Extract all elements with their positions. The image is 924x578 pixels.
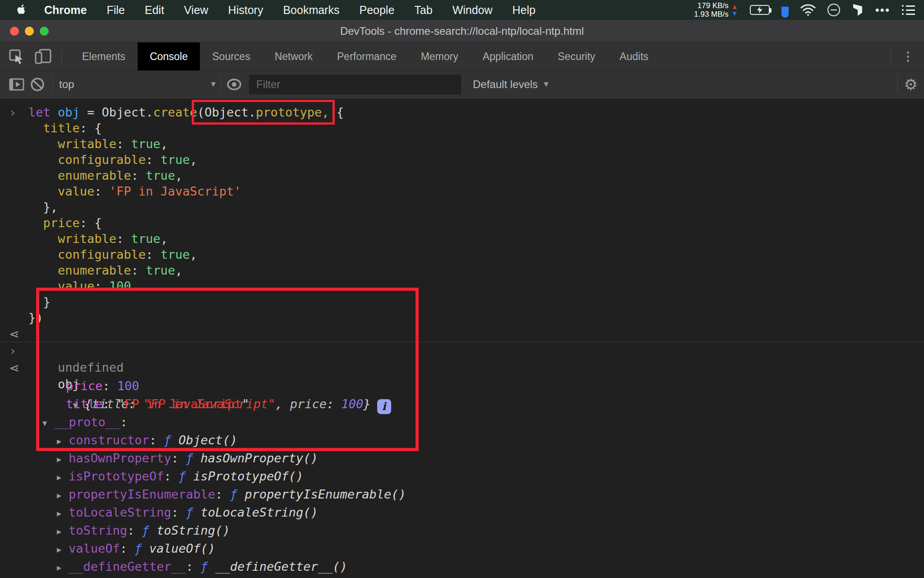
device-toolbar-icon[interactable] [34,49,51,64]
annotation-red-box-prototype: (Object.prototype, [197,105,329,119]
console-prompt-icon: › [9,104,24,120]
inspect-element-icon[interactable] [8,48,24,65]
clear-console-icon[interactable] [27,74,48,95]
devtools-tabs: ElementsConsoleSourcesNetworkPerformance… [70,42,661,70]
property-proto[interactable]: ▼__proto__: [0,413,924,431]
disclosure-open-icon[interactable]: ▼ [42,414,54,432]
show-console-sidebar-icon[interactable] [6,74,27,95]
menu-item-view[interactable]: View [184,4,208,17]
console-command-2: › obj [0,342,924,359]
devtools-menu-kebab-icon[interactable]: ⋮ [898,49,918,64]
menu-item-tab[interactable]: Tab [414,4,432,17]
disclosure-closed-icon[interactable]: ▶ [57,486,69,504]
disclosure-closed-icon[interactable]: ▶ [57,522,69,541]
object-preview-row[interactable]: ⋖ ▼{title: "FP in JavaScript", price: 10… [0,359,924,377]
property-tostring[interactable]: ▶toString: ƒ toString() [0,522,924,540]
network-speed-widget[interactable]: 179 KB/s 1.93 MB/s ▲ ▼ [694,1,738,19]
wifi-icon[interactable] [800,4,816,16]
list-icon[interactable] [902,5,915,15]
menu-item-history[interactable]: History [228,4,263,17]
tab-security[interactable]: Security [545,42,607,70]
disclosure-closed-icon[interactable]: ▶ [57,450,69,468]
menu-item-edit[interactable]: Edit [145,4,164,17]
property-definegetter[interactable]: ▶__defineGetter__: ƒ __defineGetter__() [0,558,924,576]
log-levels-select[interactable]: Default levels ▼ [473,78,550,91]
menu-item-bookmarks[interactable]: Bookmarks [283,4,339,17]
property-definesetter[interactable]: ▶__defineSetter__: ƒ __defineSetter__() [0,576,924,578]
javascript-context-select[interactable]: top ▼ [59,78,217,91]
property-hasownproperty[interactable]: ▶hasOwnProperty: ƒ hasOwnProperty() [0,449,924,467]
property-price[interactable]: price: 100 [0,377,924,395]
tab-memory[interactable]: Memory [409,42,471,70]
blue-indicator-icon[interactable] [781,2,789,18]
tab-application[interactable]: Application [471,42,546,70]
property-isprototypeof[interactable]: ▶isPrototypeOf: ƒ isPrototypeOf() [0,467,924,485]
do-not-disturb-icon[interactable] [827,4,840,16]
code-line-10: configurable: true, [0,247,924,262]
apple-icon[interactable] [16,4,26,16]
battery-charging-icon[interactable] [750,5,770,15]
console-command-1: ›let obj = Object.create(Object.prototyp… [0,98,924,326]
minimize-window-button[interactable] [25,27,34,36]
property-propertyisenumerable[interactable]: ▶propertyIsEnumerable: ƒ propertyIsEnume… [0,485,924,503]
pennant-icon[interactable] [852,4,864,16]
tab-sources[interactable]: Sources [200,42,262,70]
tab-network[interactable]: Network [263,42,325,70]
macos-menubar: ChromeFileEditViewHistoryBookmarksPeople… [0,0,924,20]
upload-speed: 179 KB/s [694,1,729,10]
menu-items: ChromeFileEditViewHistoryBookmarksPeople… [44,4,536,17]
tab-elements[interactable]: Elements [70,42,138,70]
download-arrow-icon: ▼ [731,10,738,17]
tab-audits[interactable]: Audits [607,42,661,70]
code-line-11: enumerable: true, [0,262,924,278]
close-window-button[interactable] [10,27,19,36]
zoom-window-button[interactable] [40,27,49,36]
disclosure-closed-icon[interactable]: ▶ [57,468,69,486]
disclosure-closed-icon[interactable]: ▶ [57,504,69,522]
code-line-3: writable: true, [0,136,924,152]
code-line-13: } [0,294,924,310]
context-value: top [59,78,74,91]
console-prompt-icon: › [9,342,24,359]
disclosure-closed-icon[interactable]: ▶ [57,541,69,559]
property-title[interactable]: title: "FP in JavaScript" [0,395,924,413]
more-dots-icon[interactable]: ••• [875,3,890,17]
filter-input[interactable] [249,75,461,94]
live-expression-eye-icon[interactable] [224,74,245,95]
menu-item-file[interactable]: File [106,4,125,17]
console-result-object: ⋖ ▼{title: "FP in JavaScript", price: 10… [0,359,924,578]
code-line-14: }) [0,310,924,326]
code-line-2: title: { [0,120,924,136]
console-output[interactable]: ›let obj = Object.create(Object.prototyp… [0,98,924,578]
download-speed: 1.93 MB/s [694,10,729,19]
disclosure-closed-icon[interactable]: ▶ [57,432,69,450]
console-toolbar: top ▼ Default levels ▼ ⚙ [0,70,924,98]
code-line-4: configurable: true, [0,152,924,168]
code-line-12: value: 100 [0,278,924,294]
tab-performance[interactable]: Performance [325,42,409,70]
chevron-down-icon: ▼ [209,80,217,89]
code-line-5: enumerable: true, [0,168,924,183]
menu-item-chrome[interactable]: Chrome [44,4,87,17]
menu-item-people[interactable]: People [359,4,394,17]
devtools-tabbar: ElementsConsoleSourcesNetworkPerformance… [0,42,924,70]
console-result-undefined: ⋖ undefined [0,326,924,342]
disclosure-closed-icon[interactable]: ▶ [57,559,69,577]
console-settings-gear-icon[interactable]: ⚙ [904,75,918,93]
window-title: DevTools - chrome-search://local-ntp/loc… [340,25,584,37]
upload-arrow-icon: ▲ [731,3,738,10]
code-line-6: value: 'FP in JavaScript' [0,183,924,199]
return-value-icon: ⋖ [9,326,24,342]
menu-item-window[interactable]: Window [453,4,493,17]
code-line-1: ›let obj = Object.create(Object.prototyp… [0,104,924,120]
levels-value: Default levels [473,78,538,91]
window-titlebar: DevTools - chrome-search://local-ntp/loc… [0,20,924,42]
code-line-8: price: { [0,215,924,231]
code-line-7: }, [0,199,924,215]
menu-item-help[interactable]: Help [513,4,536,17]
property-valueof[interactable]: ▶valueOf: ƒ valueOf() [0,540,924,558]
property-constructor[interactable]: ▶constructor: ƒ Object() [0,431,924,449]
tab-console[interactable]: Console [138,42,200,70]
menubar-status-area: 179 KB/s 1.93 MB/s ▲ ▼ ••• [694,1,915,19]
property-tolocalestring[interactable]: ▶toLocaleString: ƒ toLocaleString() [0,503,924,522]
